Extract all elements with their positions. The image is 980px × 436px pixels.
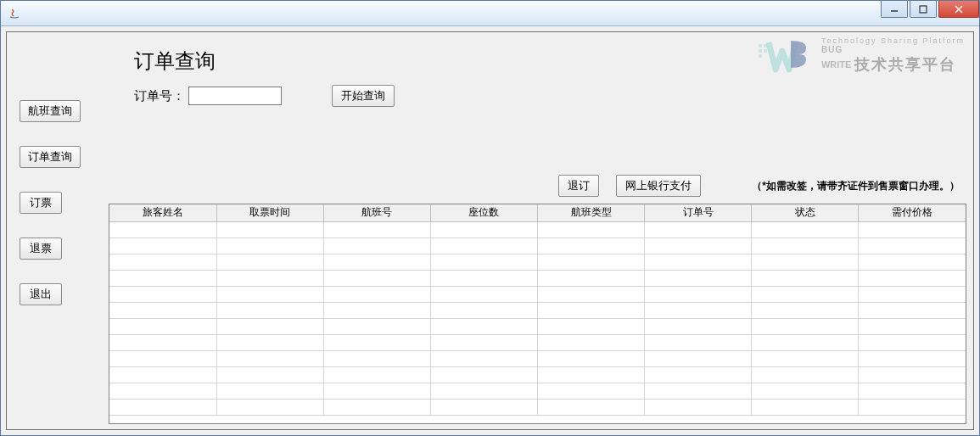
table-cell — [323, 350, 430, 366]
table-cell — [430, 334, 537, 350]
table-cell — [859, 350, 966, 366]
table-cell — [538, 270, 645, 286]
table-row[interactable] — [109, 221, 966, 238]
order-number-input[interactable] — [188, 87, 282, 105]
table-row[interactable] — [109, 350, 966, 366]
table-cell — [538, 383, 645, 399]
sidebar-item-exit[interactable]: 退出 — [20, 283, 62, 305]
table-cell — [216, 334, 323, 350]
table-cell — [430, 399, 537, 415]
table-cell — [109, 366, 216, 383]
th-order-no: 订单号 — [645, 204, 752, 221]
table-cell — [430, 238, 537, 254]
table-cell — [538, 238, 645, 254]
table-row[interactable] — [109, 302, 966, 318]
table-cell — [645, 366, 752, 383]
table-cell — [859, 399, 966, 415]
window-controls — [879, 1, 979, 20]
th-flight-no: 航班号 — [323, 204, 430, 221]
minimize-button[interactable] — [881, 1, 908, 18]
app-window: Technology Sharing Platform BUG WRITE 技术… — [0, 0, 980, 436]
close-button[interactable] — [938, 1, 979, 18]
table-cell — [323, 318, 430, 334]
table-row[interactable] — [109, 383, 966, 399]
table-cell — [538, 221, 645, 238]
table-cell — [430, 286, 537, 302]
table-cell — [859, 270, 966, 286]
table-cell — [859, 254, 966, 270]
table-cell — [323, 286, 430, 302]
table-cell — [430, 302, 537, 318]
table-row[interactable] — [109, 286, 966, 302]
table-cell — [430, 254, 537, 270]
table-cell — [645, 302, 752, 318]
reschedule-notice: （*如需改签，请带齐证件到售票窗口办理。） — [752, 179, 960, 193]
table-cell — [859, 221, 966, 238]
table-row[interactable] — [109, 254, 966, 270]
java-icon — [8, 7, 21, 20]
table-row[interactable] — [109, 366, 966, 383]
table-cell — [752, 318, 859, 334]
table-cell — [109, 270, 216, 286]
table-cell — [323, 221, 430, 238]
sidebar-item-order-query[interactable]: 订单查询 — [20, 146, 81, 168]
table-cell — [109, 238, 216, 254]
table-cell — [752, 383, 859, 399]
table-cell — [538, 302, 645, 318]
table-row[interactable] — [109, 318, 966, 334]
table-cell — [323, 334, 430, 350]
table-row[interactable] — [109, 270, 966, 286]
table-cell — [538, 399, 645, 415]
table-cell — [752, 399, 859, 415]
table-row[interactable] — [109, 334, 966, 350]
online-pay-button[interactable]: 网上银行支付 — [616, 175, 701, 197]
table-cell — [216, 302, 323, 318]
table-cell — [538, 366, 645, 383]
table-cell — [752, 254, 859, 270]
table-cell — [216, 366, 323, 383]
table-cell — [752, 286, 859, 302]
th-status: 状态 — [752, 204, 859, 221]
th-seats: 座位数 — [430, 204, 537, 221]
results-table: 旅客姓名 取票时间 航班号 座位数 航班类型 订单号 状态 需付价格 — [109, 204, 966, 424]
page-title: 订单查询 — [134, 48, 966, 75]
search-button[interactable]: 开始查询 — [332, 85, 395, 107]
table-cell — [109, 383, 216, 399]
table-cell — [216, 350, 323, 366]
table-cell — [752, 238, 859, 254]
table-cell — [216, 383, 323, 399]
table-cell — [538, 286, 645, 302]
table-cell — [109, 286, 216, 302]
sidebar-item-refund[interactable]: 退票 — [20, 238, 62, 260]
sidebar-item-book[interactable]: 订票 — [20, 192, 62, 214]
cancel-order-button[interactable]: 退订 — [558, 175, 599, 197]
svg-rect-1 — [920, 6, 927, 13]
table-cell — [859, 383, 966, 399]
table-cell — [430, 350, 537, 366]
table-row[interactable] — [109, 238, 966, 254]
table-cell — [323, 302, 430, 318]
th-price: 需付价格 — [859, 204, 966, 221]
order-number-label: 订单号： — [134, 88, 185, 104]
table-cell — [859, 366, 966, 383]
table-cell — [752, 302, 859, 318]
query-row: 订单号： 开始查询 — [134, 85, 966, 107]
table-cell — [645, 254, 752, 270]
table-cell — [216, 399, 323, 415]
table-cell — [109, 254, 216, 270]
table-cell — [109, 221, 216, 238]
table-cell — [109, 302, 216, 318]
table-cell — [538, 334, 645, 350]
sidebar: 航班查询 订单查询 订票 退票 退出 — [20, 100, 96, 305]
table-cell — [645, 334, 752, 350]
table-cell — [859, 238, 966, 254]
maximize-button[interactable] — [910, 1, 937, 18]
table-cell — [216, 254, 323, 270]
table-cell — [109, 350, 216, 366]
table-cell — [323, 238, 430, 254]
sidebar-item-flight-query[interactable]: 航班查询 — [20, 100, 81, 122]
table-cell — [645, 318, 752, 334]
table-row[interactable] — [109, 399, 966, 415]
table-cell — [216, 221, 323, 238]
th-pickup-time: 取票时间 — [216, 204, 323, 221]
